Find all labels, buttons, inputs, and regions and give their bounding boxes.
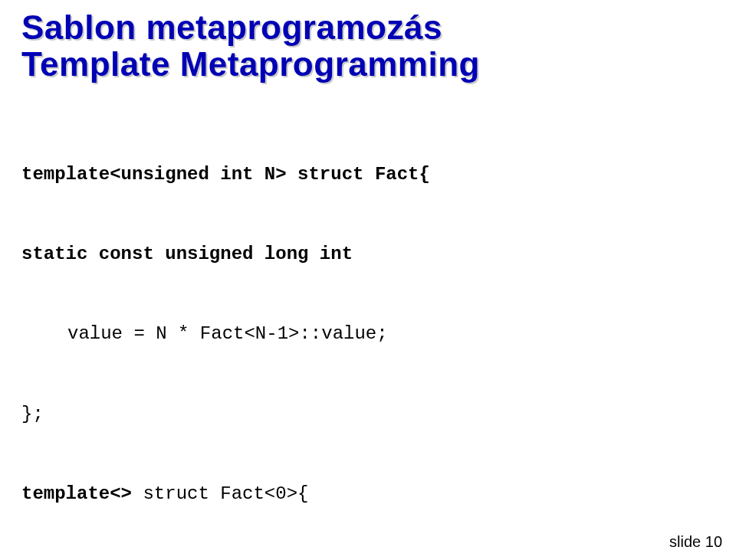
code-block: template<unsigned int N> struct Fact{ st… — [21, 108, 715, 560]
slide: Sablon metaprogramozás Template Metaprog… — [0, 0, 736, 560]
code-text: value = N * Fact<N-1>::value; — [21, 321, 388, 348]
code-line: static const unsigned long int — [21, 241, 715, 268]
title-line-2: Template Metaprogramming — [21, 46, 715, 83]
title-block: Sablon metaprogramozás Template Metaprog… — [21, 9, 715, 82]
code-keyword: static const unsigned long int — [21, 244, 353, 264]
code-text: struct Fact<0>{ — [132, 483, 308, 504]
title-line-1: Sablon metaprogramozás — [21, 9, 715, 46]
code-line: }; — [21, 401, 715, 428]
code-line: template<unsigned int N> struct Fact{ — [21, 162, 715, 188]
slide-number: slide 10 — [669, 533, 722, 551]
code-keyword: template<> — [21, 483, 132, 504]
code-keyword: template<unsigned int N> struct Fact{ — [21, 164, 430, 185]
code-line: value = N * Fact<N-1>::value; — [21, 321, 715, 348]
code-line: template<> struct Fact<0>{ — [21, 481, 715, 508]
